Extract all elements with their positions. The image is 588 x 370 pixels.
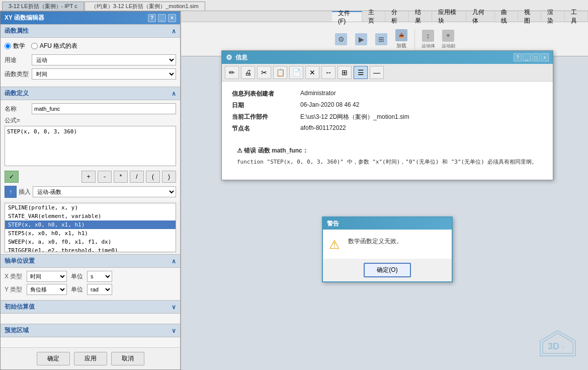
x-unit-select[interactable]: s [87, 271, 112, 282]
error-title-text: 错误 函数 math_func： [244, 147, 308, 154]
dtb-print-btn[interactable]: 🖨 [241, 66, 255, 79]
toolbar-tab-home[interactable]: 主页 [362, 11, 385, 22]
xy-help-btn[interactable]: ? [148, 14, 156, 22]
purpose-select[interactable]: 运动 [32, 54, 176, 65]
toolbar-tab-analysis[interactable]: 分析 [385, 11, 408, 22]
preview-content [1, 337, 180, 347]
warning-title: 警告 [327, 219, 339, 228]
x-axis-row: X 类型 时间 单位 s [5, 271, 176, 282]
y-type-select[interactable]: 角位移 [27, 284, 67, 295]
minus-btn[interactable]: - [98, 171, 112, 183]
info-minimize-btn[interactable]: _ [523, 53, 531, 61]
radio-math[interactable]: 数学 [5, 42, 25, 50]
warning-icon: ⚠ [329, 238, 343, 252]
dtb-edit-btn[interactable]: ✏ [225, 66, 239, 79]
svg-text:3D: 3D [548, 341, 559, 351]
func-list-item-4[interactable]: SWEEP(x, a, x0, f0, x1, f1, dx) [5, 238, 176, 246]
toolbar-btn-move[interactable]: ↕ 运动体 [419, 29, 437, 49]
info-close-btn[interactable]: × [541, 53, 549, 61]
lparen-btn[interactable]: ( [146, 171, 160, 183]
func-def-header[interactable]: 函数定义 ∧ [1, 87, 180, 100]
toolbar-separator [414, 29, 415, 49]
info-maximize-btn[interactable]: □ [532, 53, 540, 61]
radio-afu[interactable]: AFU 格式的表 [31, 42, 77, 50]
func-list[interactable]: SPLINE(profile, x, y) STATE_VAR(element,… [5, 203, 176, 252]
x-type-select[interactable]: 时间 [27, 271, 67, 282]
radio-afu-input[interactable] [31, 43, 38, 49]
toolbar-tab-geometry[interactable]: 几何体 [466, 11, 495, 22]
y-axis-label: Y 类型 [5, 285, 25, 294]
func-name-input[interactable] [32, 103, 176, 114]
toolbar-btn-load[interactable]: 📥 加载 [392, 29, 410, 49]
info-dialog-toolbar: ✏ 🖨 ✂ 📋 📄 ✕ ↔ ⊞ ☰ — [222, 64, 553, 82]
logo-area: 3D + [538, 328, 578, 360]
xy-close-btn[interactable]: × [168, 14, 176, 22]
mult-btn[interactable]: * [114, 171, 128, 183]
toolbar-tab-tools[interactable]: 工具 [565, 11, 588, 22]
func-list-item-2[interactable]: STEP(x, x0, h0, x1, h1) [5, 220, 176, 229]
func-properties-title: 函数属性 [5, 27, 29, 35]
axis-settings-header[interactable]: 轴单位设置 ∧ [1, 254, 180, 268]
info-dialog-title-buttons: ? _ □ × [514, 53, 549, 61]
check-btn[interactable]: ✓ [5, 171, 19, 183]
toolbar-btn-1[interactable]: ⚙ [332, 29, 350, 49]
formula-textarea[interactable]: STEP(x, 0, 0, 3, 360) [5, 126, 176, 166]
insert-select[interactable]: 运动-函数 [33, 186, 176, 197]
info-help-btn[interactable]: ? [514, 53, 522, 61]
y-unit-select[interactable]: rad [87, 284, 112, 295]
initial-estimate-header[interactable]: 初始估算值 ∨ [1, 300, 180, 314]
func-properties-header[interactable]: 函数属性 ∧ [1, 24, 180, 38]
func-list-item-5[interactable]: TRIGGER(e1, e2, threshold, time0) [5, 246, 176, 252]
info-dialog-content: 信息列表创建者 Administrator 日期 06-Jan-2020 08 … [222, 82, 553, 180]
confirm-btn[interactable]: 确定 [37, 352, 70, 365]
func-list-item-3[interactable]: STEP5(x, x0, h0, x1, h1) [5, 229, 176, 238]
dtb-cut-btn[interactable]: ✂ [257, 66, 271, 79]
load-label: 加载 [396, 42, 406, 49]
toolbar-tab-render[interactable]: 渲染 [541, 11, 564, 22]
logo-svg: 3D + [538, 328, 578, 358]
cancel-btn[interactable]: 取消 [111, 352, 144, 365]
toolbar-btn-3[interactable]: ⊞ [372, 29, 390, 49]
toolbar-btn-2[interactable]: ▶ [352, 29, 370, 49]
purpose-label: 用途 [5, 56, 30, 64]
div-btn[interactable]: / [130, 171, 144, 183]
error-box: ⚠ 错误 函数 math_func： function "STEP(x, 0, … [232, 141, 543, 172]
rparen-btn[interactable]: ) [162, 171, 176, 183]
tab-1[interactable]: 3-12 LE折括（案例）- IPT c [2, 2, 84, 11]
dtb-delete-btn[interactable]: ✕ [305, 66, 319, 79]
toolbar-tab-view[interactable]: 视图 [518, 11, 541, 22]
func-list-item-1[interactable]: STATE_VAR(element, variable) [5, 212, 176, 220]
dtb-grid-btn[interactable]: ⊞ [338, 66, 352, 79]
xy-minimize-btn[interactable]: _ [158, 14, 166, 22]
func-list-item-0[interactable]: SPLINE(profile, x, y) [5, 203, 176, 212]
radio-math-input[interactable] [5, 43, 11, 49]
date-key: 日期 [232, 101, 292, 110]
work-part-key: 当前工作部件 [232, 113, 292, 121]
dtb-paste-btn[interactable]: 📄 [289, 66, 303, 79]
dtb-swap-btn[interactable]: ↔ [321, 66, 335, 79]
dtb-list-btn[interactable]: ☰ [354, 66, 368, 79]
axis-settings-chevron: ∧ [172, 258, 176, 265]
func-type-select[interactable]: 时间 [32, 68, 176, 80]
warning-ok-btn[interactable]: 确定(O) [364, 263, 410, 277]
preview-header[interactable]: 预览区域 ∨ [1, 324, 180, 337]
func-list-wrapper: SPLINE(profile, x, y) STATE_VAR(element,… [5, 203, 176, 252]
toolbar-tab-modules[interactable]: 应用模块 [432, 11, 466, 22]
toolbar-tab-results[interactable]: 结果 [409, 11, 432, 22]
tab-strip: 3-12 LE折括（案例）- IPT c （约束）3-12 LE折括（案例）_m… [0, 0, 588, 11]
toolbar-btn-constraint[interactable]: ⌖ 运动副 [439, 29, 457, 49]
preview-title: 预览区域 [5, 326, 29, 335]
tab-2[interactable]: （约束）3-12 LE折括（案例）_motion1.sim [85, 2, 205, 11]
toolbar-tab-file[interactable]: 文件(F) [332, 11, 362, 22]
toolbar-tab-curves[interactable]: 曲线 [495, 11, 518, 22]
plus-btn[interactable]: + [81, 171, 96, 183]
up-btn[interactable]: ↑ [5, 186, 17, 198]
apply-btn[interactable]: 应用 [74, 352, 107, 365]
error-title: ⚠ 错误 函数 math_func： [237, 146, 538, 156]
constraint-icon: ⌖ [442, 30, 454, 42]
dtb-minus-btn[interactable]: — [370, 66, 384, 79]
func-type-label: 函数类型 [5, 70, 30, 79]
func-def-title: 函数定义 [5, 89, 29, 98]
dtb-copy-btn[interactable]: 📋 [273, 66, 287, 79]
bottom-buttons: 确定 应用 取消 [1, 347, 180, 369]
